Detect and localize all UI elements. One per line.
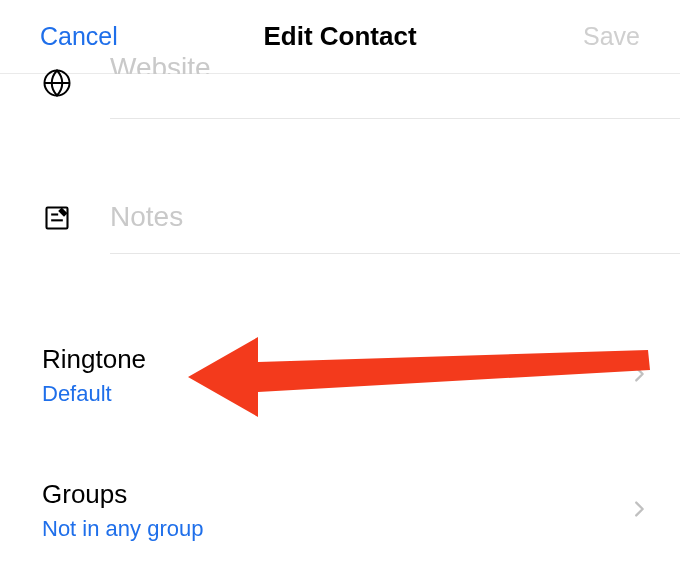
notes-placeholder: Notes <box>110 201 183 232</box>
globe-icon <box>40 66 74 100</box>
ringtone-value: Default <box>42 381 146 407</box>
chevron-right-icon <box>628 363 650 389</box>
chevron-right-icon <box>628 498 650 524</box>
content-area: Website Notes Ringtone Default G <box>0 70 680 560</box>
notes-field-body: Notes <box>110 181 680 254</box>
website-field-body: Website <box>110 70 680 119</box>
cancel-button[interactable]: Cancel <box>40 22 118 51</box>
notes-field-row[interactable]: Notes <box>0 181 680 254</box>
groups-text: Groups Not in any group <box>42 479 203 542</box>
note-icon <box>40 201 74 235</box>
website-placeholder: Website <box>110 52 640 74</box>
website-field-row[interactable]: Website <box>0 70 680 119</box>
ringtone-row[interactable]: Ringtone Default <box>0 326 680 425</box>
ringtone-text: Ringtone Default <box>42 344 146 407</box>
groups-row[interactable]: Groups Not in any group <box>0 461 680 560</box>
groups-value: Not in any group <box>42 516 203 542</box>
groups-title: Groups <box>42 479 203 510</box>
save-button[interactable]: Save <box>583 22 640 51</box>
page-title: Edit Contact <box>263 21 416 52</box>
ringtone-title: Ringtone <box>42 344 146 375</box>
